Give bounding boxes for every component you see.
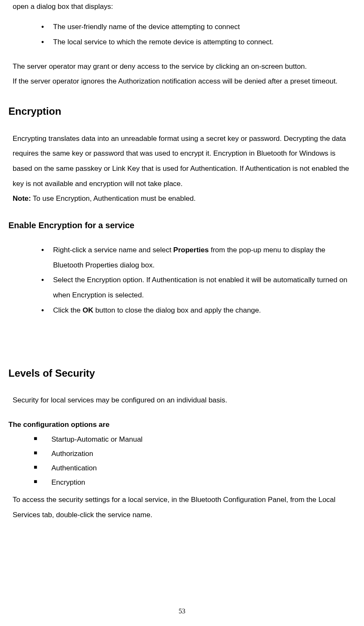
note-text: To use Encryption, Authentication must b… <box>31 194 195 202</box>
list-item: Authorization <box>34 447 356 461</box>
dialog-display-list: The user-friendly name of the device att… <box>13 19 356 49</box>
ok-bold: OK <box>83 306 94 314</box>
heading-config-options: The configuration options are <box>8 418 356 432</box>
properties-bold: Properties <box>173 246 209 254</box>
list-item: Authentication <box>34 461 356 475</box>
list-item: Startup-Automatic or Manual <box>34 432 356 447</box>
paragraph-grant-deny: The server operator may grant or deny ac… <box>13 59 356 74</box>
text-segment: Right-click a service name and select <box>53 246 173 254</box>
paragraph-note: Note: To use Encryption, Authentication … <box>13 191 356 206</box>
page-number: 53 <box>0 605 364 618</box>
list-item: Select the Encryption option. If Authent… <box>41 273 356 302</box>
config-options-list: Startup-Automatic or Manual Authorizatio… <box>13 432 356 490</box>
heading-enable-encryption: Enable Encryption for a service <box>8 217 356 233</box>
paragraph-encryption-desc: Encrypting translates data into an unrea… <box>13 131 356 192</box>
intro-text: open a dialog box that displays: <box>13 0 356 13</box>
list-item: The user-friendly name of the device att… <box>41 19 356 35</box>
paragraph-timeout: If the server operator ignores the Autho… <box>13 74 356 89</box>
text-segment: Click the <box>53 306 83 314</box>
text-segment: button to close the dialog box and apply… <box>93 306 261 314</box>
enable-encryption-steps: Right-click a service name and select Pr… <box>13 243 356 318</box>
paragraph-closing: To access the security settings for a lo… <box>13 492 356 522</box>
note-label: Note: <box>13 194 31 202</box>
heading-levels-security: Levels of Security <box>8 364 356 383</box>
list-item: The local service to which the remote de… <box>41 35 356 50</box>
list-item: Click the OK button to close the dialog … <box>41 303 356 318</box>
list-item: Encryption <box>34 475 356 490</box>
paragraph-levels-intro: Security for local services may be confi… <box>13 393 356 408</box>
list-item: Right-click a service name and select Pr… <box>41 243 356 273</box>
heading-encryption: Encryption <box>8 102 356 121</box>
